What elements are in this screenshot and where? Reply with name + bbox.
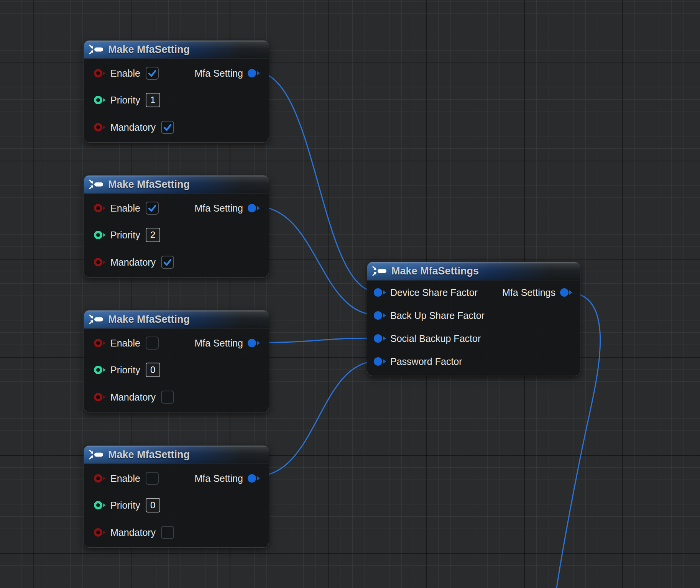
make-struct-icon [372, 266, 388, 276]
make-struct-icon [89, 179, 104, 189]
mandatory-checkbox[interactable] [161, 121, 174, 134]
pin-row-device-share-factor: Device Share Factor [367, 283, 478, 302]
pin-label: Social Backup Factor [390, 333, 481, 344]
pin-label: Priority [110, 365, 140, 376]
bool-input-pin-icon[interactable] [94, 474, 107, 483]
check-icon [148, 204, 157, 213]
pin-label: Mfa Setting [195, 473, 243, 484]
node-title: Make MfaSetting [108, 179, 190, 191]
wire-node4-to-password-factor[interactable] [255, 361, 378, 476]
node-header[interactable]: Make MfaSetting [84, 310, 269, 329]
node-title: Make MfaSetting [108, 449, 190, 461]
bool-input-pin-icon[interactable] [94, 258, 107, 267]
pin-row-priority: Priority 1 [84, 89, 160, 111]
int-input-pin-icon[interactable] [94, 230, 107, 240]
struct-input-pin-icon[interactable] [373, 310, 387, 320]
check-icon [163, 123, 172, 132]
pin-row-enable: Enable [84, 197, 159, 219]
pin-row-mandatory: Mandatory [84, 522, 174, 543]
pin-row-mfa-setting-output: Mfa Setting [195, 468, 269, 489]
wire-node3-to-social-backup-factor[interactable] [255, 338, 378, 343]
pin-row-mandatory: Mandatory [84, 386, 174, 408]
mandatory-checkbox[interactable] [161, 256, 174, 269]
pin-row-mandatory: Mandatory [84, 251, 174, 273]
pin-label: Mfa Setting [195, 68, 243, 79]
check-icon [163, 258, 172, 267]
node-make-mfasettings[interactable]: Make MfaSettings Device Share Factor Bac… [367, 262, 580, 376]
pin-row-priority: Priority 0 [84, 359, 160, 381]
node-header[interactable]: Make MfaSetting [84, 176, 269, 194]
priority-value-input[interactable]: 1 [146, 93, 160, 107]
struct-input-pin-icon[interactable] [373, 333, 387, 343]
node-title: Make MfaSetting [108, 44, 190, 56]
bool-input-pin-icon[interactable] [94, 338, 107, 348]
node-make-mfasetting-1[interactable]: Make MfaSetting Enable Priority 1 [84, 40, 269, 143]
pin-row-mfa-setting-output: Mfa Setting [195, 332, 269, 354]
node-title: Make MfaSetting [108, 314, 190, 325]
bool-input-pin-icon[interactable] [94, 393, 107, 402]
check-icon [148, 69, 157, 78]
make-struct-icon [89, 44, 104, 54]
bool-input-pin-icon[interactable] [94, 123, 107, 132]
pin-label: Priority [110, 95, 140, 106]
node-title: Make MfaSettings [391, 265, 479, 277]
pin-label: Priority [110, 500, 140, 511]
bool-input-pin-icon[interactable] [94, 528, 107, 537]
pin-label: Mandatory [110, 527, 156, 538]
struct-output-pin-icon[interactable] [247, 203, 262, 213]
pin-label: Device Share Factor [390, 287, 478, 298]
pin-row-mfa-setting-output: Mfa Setting [195, 62, 269, 84]
bool-input-pin-icon[interactable] [94, 204, 107, 213]
pin-label: Mandatory [110, 392, 156, 403]
pin-label: Enable [110, 338, 140, 349]
blueprint-graph-canvas[interactable]: Make MfaSetting Enable Priority 1 [0, 0, 700, 588]
pin-label: Enable [110, 473, 140, 484]
pin-row-backup-share-factor: Back Up Share Factor [367, 306, 485, 325]
pin-row-mfa-setting-output: Mfa Setting [195, 197, 269, 219]
struct-output-pin-icon[interactable] [247, 473, 262, 483]
priority-value-input[interactable]: 0 [146, 498, 160, 512]
node-header[interactable]: Make MfaSetting [84, 446, 269, 464]
enable-checkbox[interactable] [146, 472, 159, 485]
pin-row-enable: Enable [84, 62, 159, 84]
mandatory-checkbox[interactable] [161, 526, 174, 539]
make-struct-icon [89, 314, 104, 324]
pin-label: Back Up Share Factor [390, 310, 485, 321]
struct-output-pin-icon[interactable] [559, 287, 575, 297]
priority-value-input[interactable]: 2 [146, 228, 160, 242]
pin-row-mandatory: Mandatory [84, 117, 174, 138]
node-make-mfasetting-3[interactable]: Make MfaSetting Enable Priority 0 [84, 310, 269, 412]
enable-checkbox[interactable] [146, 202, 159, 215]
enable-checkbox[interactable] [146, 67, 159, 80]
pin-row-priority: Priority 2 [84, 224, 160, 246]
pin-row-mfa-settings-output: Mfa Settings [502, 283, 580, 302]
pin-label: Mfa Settings [502, 287, 555, 298]
pin-label: Enable [110, 68, 140, 79]
int-input-pin-icon[interactable] [94, 501, 107, 510]
pin-row-password-factor: Password Factor [367, 352, 462, 371]
pin-row-enable: Enable [84, 468, 159, 489]
int-input-pin-icon[interactable] [94, 365, 107, 374]
node-header[interactable]: Make MfaSettings [367, 262, 580, 281]
wire-node2-to-backup-share-factor[interactable] [255, 206, 378, 315]
pin-label: Mfa Setting [195, 203, 243, 214]
struct-input-pin-icon[interactable] [373, 287, 387, 297]
node-make-mfasetting-2[interactable]: Make MfaSetting Enable Priority 2 [84, 175, 269, 278]
pin-row-enable: Enable [84, 332, 159, 354]
struct-output-pin-icon[interactable] [247, 68, 262, 78]
mandatory-checkbox[interactable] [161, 391, 174, 404]
pin-label: Mandatory [110, 122, 156, 133]
priority-value-input[interactable]: 0 [146, 363, 160, 377]
node-header[interactable]: Make MfaSetting [84, 41, 269, 59]
enable-checkbox[interactable] [146, 337, 159, 350]
struct-output-pin-icon[interactable] [247, 338, 262, 348]
bool-input-pin-icon[interactable] [94, 69, 107, 78]
node-make-mfasetting-4[interactable]: Make MfaSetting Enable Priority 0 [84, 445, 269, 548]
struct-input-pin-icon[interactable] [373, 356, 387, 366]
pin-row-social-backup-factor: Social Backup Factor [367, 329, 481, 348]
int-input-pin-icon[interactable] [94, 95, 107, 105]
make-struct-icon [89, 450, 104, 460]
pin-label: Priority [110, 230, 140, 241]
pin-label: Password Factor [390, 356, 462, 367]
pin-label: Enable [110, 203, 140, 214]
